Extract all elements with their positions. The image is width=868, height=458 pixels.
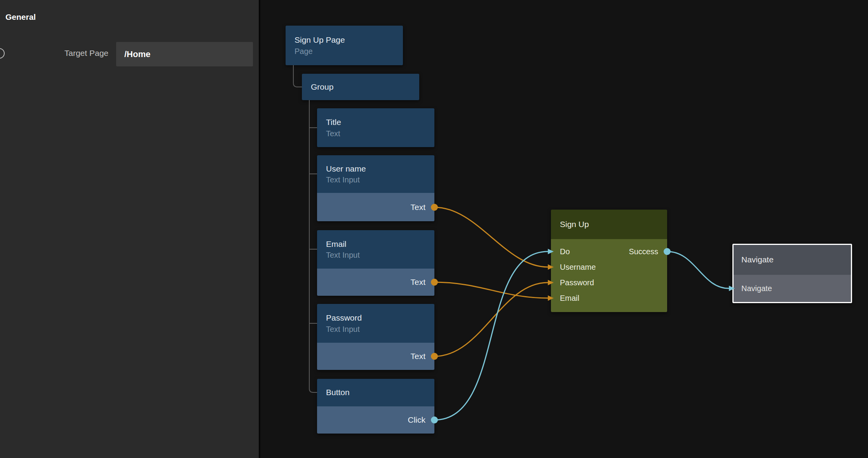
node-title-text: Navigate [741,255,774,265]
port-dot-button-click[interactable] [431,416,438,423]
node-title-text: Group [311,82,419,92]
node-subtitle-text: Text [326,129,434,138]
port-signup-username-input[interactable]: Username [560,263,596,272]
node-signup-function[interactable]: Sign Up Do Success Username Password Ema… [551,210,667,312]
node-title-text: Sign Up [560,219,589,229]
node-email[interactable]: Email Text Input Text [317,230,434,296]
port-dot-username-text[interactable] [431,204,438,211]
node-title-text: Sign Up Page [295,35,403,45]
node-title-text: Title [326,117,434,127]
hierarchy-lines [293,65,317,392]
port-username-text-output[interactable]: Text [317,193,434,221]
node-password[interactable]: Password Text Input Text [317,304,434,370]
port-password-text-output[interactable]: Text [317,343,434,370]
port-label: Click [408,415,426,425]
port-email-text-output[interactable]: Text [317,269,434,296]
node-username[interactable]: User name Text Input Text [317,155,434,221]
port-signup-email-input[interactable]: Email [560,294,579,303]
target-page-input[interactable] [116,42,253,66]
node-subtitle-text: Text Input [326,250,434,260]
port-label: Text [410,352,425,361]
port-signup-success-output[interactable]: Success [629,247,658,256]
port-label: Text [410,278,425,287]
node-group[interactable]: Group [302,74,419,100]
node-title-text: User name [326,164,434,174]
node-subtitle-text: Text Input [326,175,434,184]
connection-email-text-to-signup-email[interactable] [434,282,548,298]
node-subtitle-text: Page [295,47,403,56]
node-navigate[interactable]: Navigate Navigate [732,244,852,303]
properties-panel: General Target Page [0,0,260,458]
port-dot-password-text[interactable] [431,353,438,360]
node-title-text: Button [326,387,434,397]
port-navigate-input[interactable]: Navigate [734,275,851,302]
node-title[interactable]: Title Text [317,108,434,147]
port-label: Navigate [741,284,772,293]
port-dot-email-text[interactable] [431,279,438,286]
node-title-text: Email [326,239,434,249]
node-signup-page[interactable]: Sign Up Page Page [286,26,403,65]
target-page-label: Target Page [0,49,108,58]
port-signup-password-input[interactable]: Password [560,278,594,287]
port-button-click-output[interactable]: Click [317,406,434,434]
node-title-text: Password [326,313,434,323]
port-dot-signup-success[interactable] [664,248,671,255]
port-signup-do-input[interactable]: Do [560,247,570,256]
connection-signup-success-to-navigate[interactable] [667,252,729,288]
connection-password-text-to-signup-password[interactable] [434,283,548,356]
node-button[interactable]: Button Click [317,379,434,434]
port-label: Text [410,203,425,212]
connection-button-click-to-signup-do[interactable] [434,252,548,420]
node-subtitle-text: Text Input [326,324,434,334]
connection-username-text-to-signup-username[interactable] [434,207,548,267]
section-title: General [5,12,36,22]
